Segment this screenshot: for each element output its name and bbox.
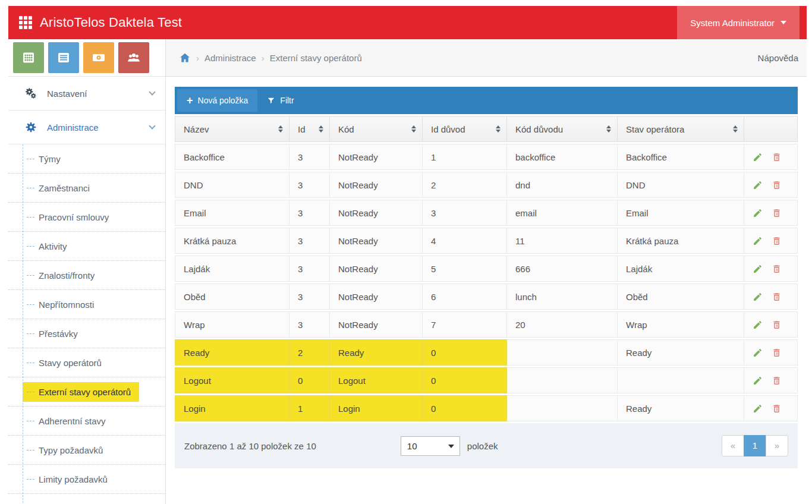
sidebar-item-label: Zaměstnanci <box>39 183 90 193</box>
cell-nazev: Wrap <box>175 311 289 338</box>
tree-dash-icon <box>27 217 34 218</box>
sidebar-item[interactable]: Adherentní stavy <box>8 407 165 436</box>
select-caret-icon <box>448 445 454 448</box>
breadcrumb-item-administrace[interactable]: Administrace <box>204 53 256 63</box>
column-header-kod-duvodu[interactable]: Kód důvodu <box>507 116 618 142</box>
delete-button[interactable] <box>772 152 782 162</box>
column-header-id[interactable]: Id <box>289 116 330 142</box>
sidebar-item[interactable]: Stavy operátorů <box>8 348 165 377</box>
edit-button[interactable] <box>753 264 763 274</box>
edit-button[interactable] <box>753 180 763 190</box>
column-header-id-duvod[interactable]: Id důvod <box>423 116 507 142</box>
cell-kod-duvodu: email <box>507 200 618 226</box>
column-header-nazev[interactable]: Název <box>175 116 289 142</box>
home-icon[interactable] <box>179 52 191 64</box>
edit-button[interactable] <box>753 404 763 414</box>
sidebar-item[interactable]: Typy požadavků <box>8 436 165 465</box>
pagination-next-button[interactable]: » <box>766 435 788 456</box>
banknote-button[interactable] <box>83 42 114 73</box>
pagination: « 1 » <box>722 435 788 456</box>
table-row[interactable]: Backoffice 3 NotReady 1 backoffice Backo… <box>175 144 798 170</box>
table-row[interactable]: Wrap 3 NotReady 7 20 Wrap <box>175 311 798 338</box>
delete-button[interactable] <box>772 292 782 302</box>
table-row[interactable]: Email 3 NotReady 3 email Email <box>175 200 798 226</box>
trash-icon <box>772 320 782 330</box>
delete-button[interactable] <box>772 376 782 386</box>
column-header-kod[interactable]: Kód <box>330 116 423 142</box>
sidebar-item[interactable]: Zaměstnanci <box>8 174 165 203</box>
delete-button[interactable] <box>772 404 782 414</box>
edit-button[interactable] <box>753 376 763 386</box>
sort-icon <box>733 125 738 133</box>
sidebar-item[interactable]: Znalosti/fronty <box>8 261 165 290</box>
breadcrumb-separator: › <box>262 53 265 63</box>
sidebar-item[interactable]: Aktivity <box>8 232 165 261</box>
sidebar-item[interactable]: Týmy <box>8 144 165 174</box>
cell-kod-duvodu <box>507 339 618 366</box>
user-menu-label: System Administrator <box>690 18 775 28</box>
list-button[interactable] <box>48 42 79 73</box>
pencil-icon <box>753 348 763 358</box>
cell-stav-operatora: Oběd <box>618 284 744 310</box>
page-size-value: 10 <box>407 441 417 451</box>
delete-button[interactable] <box>772 236 782 246</box>
delete-button[interactable] <box>772 264 782 274</box>
sidebar-section-label: Nastavení <box>47 89 87 99</box>
edit-button[interactable] <box>753 236 763 246</box>
column-header-stav-operatora[interactable]: Stav operátora <box>618 116 744 142</box>
sidebar-item-label: Externí stavy operátorů <box>39 387 131 397</box>
pagination-page-1[interactable]: 1 <box>744 435 766 456</box>
delete-button[interactable] <box>772 348 782 358</box>
new-item-button[interactable]: + Nová položka <box>177 89 257 112</box>
contacts-group-button[interactable] <box>118 42 149 73</box>
breadcrumb: › Administrace › Externí stavy operátorů… <box>166 39 807 77</box>
brand[interactable]: AristoTelos Daktela Test <box>8 15 182 30</box>
cell-kod-duvodu: 20 <box>507 311 618 338</box>
table-row[interactable]: Oběd 3 NotReady 6 lunch Oběd <box>175 284 798 310</box>
cell-stav-operatora: Krátká pauza <box>618 228 744 254</box>
edit-button[interactable] <box>753 152 763 162</box>
dialpad-grid-button[interactable] <box>13 42 44 73</box>
table-row[interactable]: Krátká pauza 3 NotReady 4 11 Krátká pauz… <box>175 228 798 254</box>
tree-dash-icon <box>27 392 34 392</box>
edit-button[interactable] <box>753 320 763 330</box>
sort-icon <box>319 125 323 133</box>
sidebar-item[interactable]: Externí stavy operátorů <box>8 377 165 407</box>
filter-button[interactable]: Filtr <box>257 89 303 112</box>
table-row[interactable]: Login 1 Login 0 Ready <box>175 395 798 421</box>
sidebar-item[interactable]: Pracovní smlouvy <box>8 203 165 232</box>
delete-button[interactable] <box>772 320 782 330</box>
edit-button[interactable] <box>753 208 763 218</box>
cell-actions <box>744 395 798 421</box>
table-toolbar: + Nová položka Filtr <box>175 87 798 114</box>
sidebar-section-nastaveni[interactable]: Nastavení <box>8 77 165 111</box>
user-menu[interactable]: System Administrator <box>677 6 800 39</box>
sidebar-item[interactable]: Nepřítomnosti <box>8 290 165 319</box>
delete-button[interactable] <box>772 180 782 190</box>
table-row[interactable]: DND 3 NotReady 2 dnd DND <box>175 172 798 198</box>
sidebar-item[interactable]: Limity požadavků <box>8 465 165 494</box>
trash-icon <box>772 376 782 386</box>
sidebar-section-label: Administrace <box>47 122 99 133</box>
cell-id-duvod: 5 <box>423 256 507 282</box>
table-header-row: Název Id Kód Id důvod Kód důvodu Stav op… <box>175 116 798 142</box>
page-size-select[interactable]: 10 <box>401 436 460 456</box>
sidebar-item[interactable]: Přestávky <box>8 319 165 348</box>
edit-button[interactable] <box>753 292 763 302</box>
cell-id: 3 <box>289 144 330 170</box>
sidebar-item-label: Limity požadavků <box>39 474 108 484</box>
sidebar-item-label: Nepřítomnosti <box>39 300 94 310</box>
table-row[interactable]: Logout 0 Logout 0 <box>175 367 798 393</box>
sort-icon <box>496 125 501 133</box>
sidebar-section-administrace[interactable]: Administrace <box>8 111 165 144</box>
cell-nazev: Krátká pauza <box>175 228 289 254</box>
help-link[interactable]: Nápověda <box>758 53 798 63</box>
pagination-prev-button[interactable]: « <box>722 435 744 456</box>
delete-button[interactable] <box>772 208 782 218</box>
list-icon <box>56 51 71 65</box>
edit-button[interactable] <box>753 348 763 358</box>
table-row[interactable]: Ready 2 Ready 0 Ready <box>175 339 798 366</box>
table-row[interactable]: Lajdák 3 NotReady 5 666 Lajdák <box>175 256 798 282</box>
cogs-icon <box>25 87 37 99</box>
tree-dash-icon <box>27 450 34 451</box>
